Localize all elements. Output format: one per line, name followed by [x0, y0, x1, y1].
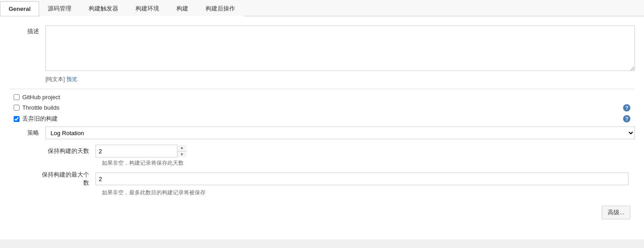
format-text: [纯文本]	[45, 76, 65, 82]
tab-post[interactable]: 构建后操作	[197, 0, 244, 16]
strategy-section: 策略 Log Rotation Build Discard Policy 保持构…	[9, 127, 635, 197]
tab-env[interactable]: 构建环境	[127, 0, 168, 16]
tab-source[interactable]: 源码管理	[39, 0, 80, 16]
tab-trigger[interactable]: 构建触发器	[80, 0, 127, 16]
log-rotation-sub-form: 保持构建的天数 ▲ ▼ 如果非空，构建记录将保存此天数 保持构建的最大个数 如果…	[36, 145, 635, 197]
keep-days-hint: 如果非空，构建记录将保存此天数	[102, 159, 635, 167]
advanced-button[interactable]: 高级...	[602, 206, 630, 219]
throttle-builds-checkbox[interactable]	[14, 105, 20, 111]
keep-max-hint: 如果非空，最多此数目的构建记录将被保存	[102, 189, 635, 197]
keep-max-row: 保持构建的最大个数	[36, 171, 635, 187]
keep-max-label: 保持构建的最大个数	[36, 171, 96, 187]
tabs-bar: General 源码管理 构建触发器 构建环境 构建 构建后操作	[0, 0, 644, 16]
github-project-row: GitHub project	[9, 94, 635, 101]
keep-days-up-btn[interactable]: ▲	[177, 145, 186, 152]
tab-build[interactable]: 构建	[168, 0, 197, 16]
description-input[interactable]	[45, 25, 635, 71]
keep-max-input[interactable]	[96, 172, 629, 185]
description-row: 描述	[9, 25, 635, 71]
keep-days-spinner: ▲ ▼	[177, 145, 186, 157]
throttle-builds-help-icon[interactable]: ?	[623, 104, 630, 111]
throttle-builds-label[interactable]: Throttle builds	[22, 104, 60, 111]
content-area: 描述 [纯文本] 预览 GitHub project Throttle buil…	[0, 16, 644, 239]
keep-days-label: 保持构建的天数	[36, 147, 96, 155]
throttle-builds-row: Throttle builds ?	[9, 104, 635, 111]
keep-days-input[interactable]	[96, 145, 186, 157]
format-bar: [纯文本] 预览	[45, 76, 635, 83]
strategy-row: 策略 Log Rotation Build Discard Policy	[23, 127, 635, 139]
discard-old-checkbox[interactable]	[14, 116, 20, 122]
preview-link[interactable]: 预览	[66, 76, 77, 82]
discard-old-row: 丢弃旧的构建 ?	[9, 115, 635, 123]
discard-old-help-icon[interactable]: ?	[623, 115, 630, 122]
github-project-checkbox[interactable]	[14, 94, 20, 100]
github-project-label[interactable]: GitHub project	[22, 94, 60, 101]
discard-old-label[interactable]: 丢弃旧的构建	[22, 115, 58, 123]
keep-days-row: 保持构建的天数 ▲ ▼	[36, 145, 635, 157]
keep-days-down-btn[interactable]: ▼	[177, 152, 186, 158]
divider-1	[9, 89, 635, 89]
strategy-label: 策略	[23, 129, 45, 137]
description-label: 描述	[9, 25, 45, 35]
keep-days-input-wrapper: ▲ ▼	[96, 145, 186, 157]
strategy-select[interactable]: Log Rotation Build Discard Policy	[45, 127, 635, 139]
tab-general[interactable]: General	[0, 1, 39, 16]
bottom-bar: 高级...	[9, 201, 635, 219]
